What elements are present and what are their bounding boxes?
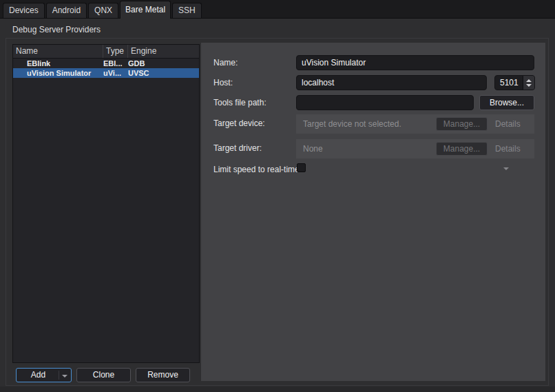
tab-bare-metal[interactable]: Bare Metal	[120, 1, 171, 19]
chevron-down-icon	[503, 167, 509, 170]
add-button-label: Add	[31, 370, 45, 380]
driver-details-button[interactable]: Details	[495, 139, 534, 158]
target-driver-label: Target driver:	[213, 143, 262, 153]
manage-device-button[interactable]: Manage...	[436, 117, 488, 131]
spin-down-icon[interactable]	[526, 84, 532, 87]
cell-type: uVi...	[103, 68, 128, 78]
cell-engine: UVSC	[128, 68, 199, 78]
tab-bar: Devices Android QNX Bare Metal SSH	[0, 0, 555, 19]
host-field[interactable]	[296, 75, 487, 90]
cell-type: EBl...	[103, 59, 128, 68]
column-header-type[interactable]: Type	[103, 45, 128, 58]
browse-button[interactable]: Browse...	[479, 95, 534, 110]
column-header-engine[interactable]: Engine	[128, 45, 199, 58]
clone-button[interactable]: Clone	[76, 368, 131, 382]
provider-table-header: Name Type Engine	[13, 45, 199, 59]
target-device-label: Target device:	[213, 118, 265, 128]
host-label: Host:	[213, 78, 233, 87]
cell-name: EBlink	[13, 59, 103, 68]
details-label: Details	[495, 119, 521, 129]
group-title: Debug Server Providers	[12, 25, 101, 34]
limit-speed-checkbox[interactable]	[297, 163, 306, 172]
name-label: Name:	[213, 58, 238, 68]
add-button-separator	[59, 371, 59, 380]
spinner-buttons	[523, 76, 534, 90]
chevron-down-icon[interactable]	[62, 375, 67, 378]
target-driver-row: None Manage... Details	[296, 139, 534, 158]
tab-devices[interactable]: Devices	[3, 3, 45, 18]
cell-name: uVision Simulator	[13, 68, 103, 78]
target-device-row: Target device not selected. Manage... De…	[296, 114, 534, 134]
remove-button[interactable]: Remove	[136, 368, 190, 382]
manage-driver-button[interactable]: Manage...	[436, 142, 488, 156]
table-row-eblink[interactable]: EBlink EBl... GDB	[13, 59, 199, 68]
add-button[interactable]: Add	[16, 368, 72, 382]
tab-qnx[interactable]: QNX	[88, 3, 118, 18]
limit-speed-label: Limit speed to real-time:	[213, 165, 302, 174]
port-value: 5101	[495, 76, 523, 90]
details-label: Details	[495, 144, 521, 154]
tools-file-path-label: Tools file path:	[213, 98, 266, 107]
provider-table: Name Type Engine EBlink EBl... GDB uVisi…	[12, 44, 200, 363]
target-device-value: Target device not selected.	[303, 114, 401, 134]
tab-ssh[interactable]: SSH	[172, 3, 202, 18]
provider-details-panel: Name: Host: 5101 Tools file path: Browse…	[201, 43, 545, 381]
column-header-name[interactable]: Name	[13, 45, 103, 58]
spin-up-icon[interactable]	[526, 79, 532, 82]
port-spinner[interactable]: 5101	[494, 75, 535, 90]
table-row-uvision-simulator[interactable]: uVision Simulator uVi... UVSC	[13, 68, 199, 78]
device-details-button[interactable]: Details	[495, 114, 534, 134]
cell-engine: GDB	[128, 59, 199, 68]
target-driver-value: None	[303, 139, 323, 158]
name-field[interactable]	[296, 55, 534, 70]
tools-file-path-field[interactable]	[296, 95, 474, 110]
tab-android[interactable]: Android	[46, 3, 87, 18]
